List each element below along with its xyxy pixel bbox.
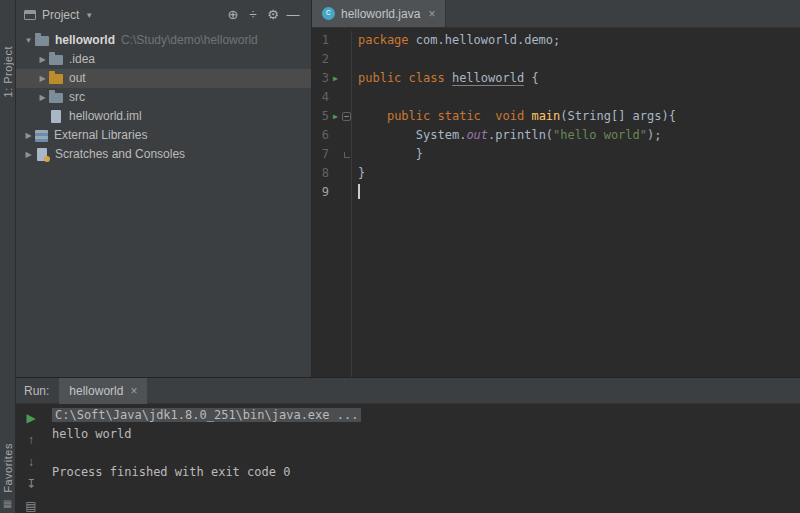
- line-number: 2: [312, 50, 329, 69]
- window-grid-icon[interactable]: ▦: [3, 499, 12, 509]
- locate-icon[interactable]: ⊕: [223, 5, 243, 25]
- module-file-icon: [51, 110, 61, 123]
- tree-item-label: src: [69, 88, 85, 107]
- fold-start-icon[interactable]: −: [342, 112, 351, 121]
- collapsed-chevron-icon[interactable]: ▶: [22, 126, 35, 145]
- fold-end-icon[interactable]: [344, 152, 350, 158]
- console-line: C:\Soft\Java\jdk1.8.0_251\bin\java.exe .…: [52, 406, 794, 425]
- java-class-icon: [322, 7, 335, 20]
- tree-item-label: helloworld: [55, 31, 115, 50]
- console-output[interactable]: C:\Soft\Java\jdk1.8.0_251\bin\java.exe .…: [46, 404, 800, 513]
- fold-start-icon[interactable]: −: [342, 112, 351, 121]
- line-number: 7: [312, 145, 329, 164]
- down-stack-trace-button[interactable]: ↓: [28, 456, 34, 469]
- project-view-dropdown-icon[interactable]: ▼: [85, 11, 93, 20]
- console-text: hello world: [52, 427, 131, 441]
- collapsed-chevron-icon[interactable]: ▶: [36, 69, 49, 88]
- tree-item-label: out: [69, 69, 86, 88]
- code-line[interactable]: [358, 88, 800, 107]
- folder-icon: [49, 55, 63, 65]
- tool-button-project[interactable]: 1: Project: [2, 46, 14, 97]
- code-line[interactable]: public static void main(String[] args){: [358, 107, 800, 126]
- scroll-to-end-button[interactable]: ↧: [26, 478, 36, 491]
- tree-item-idea[interactable]: ▶.idea: [16, 50, 311, 69]
- code-token: helloworld: [452, 71, 524, 86]
- left-toolwindow-bar: 1: Project Favorites ▦: [0, 0, 16, 513]
- excluded-folder-icon: [49, 74, 63, 84]
- editor-code[interactable]: package com.helloworld.demo; public clas…: [352, 31, 800, 377]
- gutter-line: 4: [312, 88, 351, 107]
- project-tree: ▼helloworldC:\Study\demo\helloworld▶.ide…: [16, 29, 311, 377]
- collapsed-chevron-icon[interactable]: ▶: [22, 145, 35, 164]
- line-number: 4: [312, 88, 329, 107]
- editor-tab-bar: helloworld.java ×: [312, 0, 800, 28]
- line-number: 5: [312, 107, 329, 126]
- console-line: hello world: [52, 425, 794, 444]
- code-line[interactable]: System.out.println("hello world");: [358, 126, 800, 145]
- fold-end-icon[interactable]: [342, 152, 351, 158]
- gutter-line: 8: [312, 164, 351, 183]
- close-run-tab-icon[interactable]: ×: [130, 384, 137, 398]
- code-line[interactable]: }: [358, 164, 800, 183]
- editor-tab-helloworld-java[interactable]: helloworld.java ×: [312, 0, 446, 27]
- line-number: 3: [312, 69, 329, 88]
- collapsed-chevron-icon[interactable]: ▶: [36, 50, 49, 69]
- hide-panel-icon[interactable]: —: [283, 5, 303, 25]
- tree-item-helloworld-iml[interactable]: helloworld.iml: [16, 107, 311, 126]
- run-toolbar: ▶↑↓↧▤: [16, 404, 46, 513]
- text-caret: [358, 184, 360, 199]
- editor-tab-title: helloworld.java: [341, 7, 420, 21]
- project-panel-header: Project ▼ ⊕÷⚙—: [16, 0, 311, 29]
- code-token: (String[] args){: [560, 109, 676, 123]
- collapse-all-icon[interactable]: ÷: [243, 5, 263, 25]
- run-line-icon[interactable]: ▶: [329, 107, 342, 126]
- console-line: [52, 444, 794, 463]
- close-tab-icon[interactable]: ×: [428, 7, 435, 21]
- code-token: {: [524, 71, 538, 85]
- code-token: "hello world": [553, 128, 647, 142]
- gutter-line: 5▶−: [312, 107, 351, 126]
- project-toolbar: ⊕÷⚙—: [223, 5, 303, 25]
- restore-layout-button[interactable]: ▤: [25, 500, 36, 513]
- project-panel: Project ▼ ⊕÷⚙— ▼helloworldC:\Study\demo\…: [16, 0, 312, 377]
- up-stack-trace-button[interactable]: ↑: [28, 434, 34, 447]
- code-line[interactable]: package com.helloworld.demo;: [358, 31, 800, 50]
- tree-item-scratches-and-consoles[interactable]: ▶Scratches and Consoles: [16, 145, 311, 164]
- tree-item-external-libraries[interactable]: ▶External Libraries: [16, 126, 311, 145]
- ide-window: 1: Project Favorites ▦ Project ▼ ⊕÷⚙— ▼h…: [0, 0, 800, 513]
- run-panel-label: Run:: [24, 384, 49, 398]
- tree-item-src[interactable]: ▶src: [16, 88, 311, 107]
- scratches-icon: [37, 148, 47, 161]
- code-token: out: [466, 128, 488, 142]
- console-line: Process finished with exit code 0: [52, 463, 794, 482]
- code-token: [358, 109, 387, 123]
- code-line[interactable]: }: [358, 145, 800, 164]
- code-token: }: [358, 147, 423, 161]
- code-token: main: [531, 109, 560, 123]
- console-text: Process finished with exit code 0: [52, 465, 290, 479]
- tree-item-out[interactable]: ▶out: [16, 69, 311, 88]
- tree-item-label: External Libraries: [54, 126, 147, 145]
- tool-button-favorites[interactable]: Favorites: [2, 443, 14, 493]
- line-number: 9: [312, 183, 329, 202]
- run-line-icon[interactable]: ▶: [329, 69, 342, 88]
- code-token: );: [647, 128, 661, 142]
- project-window-icon: [24, 10, 36, 20]
- gutter-line: 1: [312, 31, 351, 50]
- run-tab-bar: Run: helloworld ×: [16, 378, 800, 404]
- tree-item-label: helloworld.iml: [69, 107, 142, 126]
- tree-item-helloworld[interactable]: ▼helloworldC:\Study\demo\helloworld: [16, 31, 311, 50]
- code-token: com.helloworld.demo;: [409, 33, 561, 47]
- line-number: 8: [312, 164, 329, 183]
- code-line[interactable]: public class helloworld {: [358, 69, 800, 88]
- code-line[interactable]: [358, 50, 800, 69]
- rerun-button[interactable]: ▶: [26, 412, 35, 425]
- code-line[interactable]: [358, 183, 800, 202]
- collapsed-chevron-icon[interactable]: ▶: [36, 88, 49, 107]
- code-token: package: [358, 33, 409, 47]
- expanded-chevron-icon[interactable]: ▼: [22, 31, 35, 50]
- run-tab-helloworld[interactable]: helloworld ×: [59, 378, 147, 404]
- settings-gear-icon[interactable]: ⚙: [263, 5, 283, 25]
- code-token: .println(: [488, 128, 553, 142]
- folder-icon: [49, 93, 63, 103]
